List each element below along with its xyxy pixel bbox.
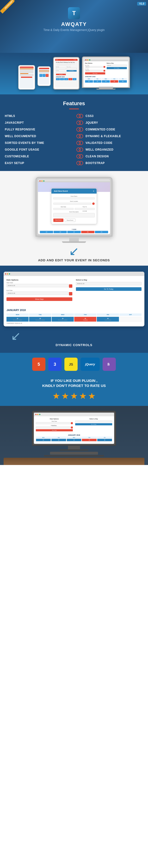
double-circle-icon-6 (77, 148, 83, 152)
tech-jquery-icon: jQuery (81, 358, 100, 371)
rate-text: IF YOU LIKE OUR PLUGIN , KINDLY DON'T FO… (5, 378, 143, 388)
imac-screen: Add New Event × Event Name Event Locatio… (38, 179, 110, 234)
footer-go-today-button[interactable]: Go to Today (75, 423, 112, 425)
feature-item-customizable: CUSTOMIZABLE (5, 154, 71, 158)
modal-input-timeto[interactable]: 1:00 AM (75, 208, 95, 210)
add-event-modal: Add New Event × Event Name Event Locatio… (48, 188, 100, 224)
end-date-value: 2018-01-28 (8, 292, 15, 294)
close-dot-3 (35, 414, 36, 415)
feature-text-javascript: JAVASCRIPT (5, 121, 24, 124)
star-2[interactable]: ★ (61, 391, 69, 401)
cal-day-24[interactable]: 24 No events added (52, 317, 74, 321)
feature-item-documented: WELL DOCUMENTED (5, 134, 71, 138)
select-day-input[interactable]: 2018-01-25 (76, 282, 142, 285)
end-date-input[interactable]: 2018-01-28 (6, 291, 68, 295)
modal-field-timeto: Time To 1:00 AM (75, 206, 95, 210)
save-event-button[interactable]: Save Event (53, 219, 63, 222)
cal-day-23[interactable]: 23 No events added (29, 317, 51, 321)
feature-text-css3: CSS3 (86, 114, 93, 118)
monitor-wrap: Date Options Start Date 2018-01-25 End D… (82, 57, 130, 90)
modal-label-timeto: Time To (75, 206, 95, 208)
footer-cal-26[interactable]: 26 (97, 439, 112, 441)
modal-label-startdate: Start Date (53, 206, 73, 208)
star-5[interactable]: ★ (88, 391, 96, 401)
select-day-value: 2018-01-25 (77, 283, 85, 284)
cal-day-26[interactable]: 26 more events (97, 317, 119, 321)
hero-title: AWQATY (5, 21, 143, 27)
start-date-label: Start Date (6, 282, 72, 283)
dynamic-arrow-section: ↙ (4, 329, 144, 343)
cal-day-22[interactable]: 22 No events added (6, 317, 29, 321)
modal-close-icon[interactable]: × (93, 190, 94, 192)
features-section: Features HTML5 CSS3 JAVASCRIPT JQUERY FU… (0, 94, 148, 171)
modal-header: Add New Event × (52, 189, 96, 194)
feature-item-html5: HTML5 (5, 114, 71, 118)
tech-js-wrap: JS (64, 358, 78, 371)
star-4[interactable]: ★ (79, 391, 87, 401)
calendar-title: JANUARY 2018 (6, 309, 142, 311)
feature-text-documented: WELL DOCUMENTED (5, 134, 36, 138)
calendar-header: MON TUE WED THU FRI SAT (6, 313, 142, 316)
footer-date-options-title: Date Options (36, 418, 73, 420)
feature-item-responsive: FULLY RESPONSIVE (5, 127, 71, 131)
feature-text-customizable: CUSTOMIZABLE (5, 155, 29, 158)
cal-header-thu: THU (74, 313, 96, 316)
maximize-dot-2 (9, 273, 10, 275)
cal-day-26-event: more events (97, 319, 118, 321)
footer-select-input[interactable] (75, 421, 112, 423)
modal-input-startdate[interactable] (53, 208, 73, 210)
bootstrap-logo-icon (106, 361, 113, 368)
footer-cal-tue: TUE (51, 437, 66, 438)
footer-end-input-row: 2018-01-28 (36, 427, 73, 429)
modal-input-name[interactable] (53, 197, 95, 199)
imac-neck (69, 237, 79, 241)
feature-text-dynamic: DYNAMIC & FLEXIABLE (86, 134, 121, 138)
footer-monitor-screen-wrap: Date Options Start Date 2018-01-25 End D… (32, 411, 116, 446)
star-1[interactable]: ★ (52, 391, 60, 401)
footer-cal-24[interactable]: 24 (66, 439, 82, 441)
tablet-header-text: Awqaty (56, 59, 58, 60)
start-date-input[interactable]: 2018-01-25 (6, 284, 68, 287)
dynamic-screen-header (4, 272, 144, 276)
modal-demo-content: Add New Event × Event Name Event Locatio… (51, 188, 97, 224)
reset-event-button[interactable]: Reset Event (65, 219, 76, 222)
stars-row: ★ ★ ★ ★ ★ (5, 391, 143, 401)
footer-start-input[interactable]: 2018-01-25 (36, 422, 70, 424)
date-options-col: Date Options Start Date 2018-01-25 End D… (6, 279, 72, 301)
modal-field-name: Event Name (53, 195, 95, 199)
cal-day-25-event: 3 events (75, 319, 96, 321)
go-to-today-button[interactable]: Go To Today (76, 287, 142, 291)
footer-start-cal-icon[interactable] (71, 422, 73, 424)
imac-screen-wrap: Add New Event × Event Name Event Locatio… (35, 177, 113, 237)
footer-start-input-row: 2018-01-25 (36, 422, 73, 424)
tech-bootstrap-wrap (102, 358, 116, 371)
add-edit-label: ADD AND EDIT YOUR EVENT IN SECONDS (4, 258, 144, 262)
tech-js-icon: JS (64, 358, 78, 371)
footer-cal-header: MON TUE WED THU FRI (36, 437, 112, 438)
feature-item-dynamic: DYNAMIC & FLEXIABLE (77, 134, 143, 138)
end-date-calendar-icon[interactable] (69, 292, 72, 296)
modal-input-desc[interactable] (53, 213, 95, 217)
modal-label-name: Event Name (53, 195, 95, 197)
footer-cal-23[interactable]: 23 (51, 439, 66, 441)
star-3[interactable]: ★ (70, 391, 78, 401)
footer-cal-22[interactable]: 22 (36, 439, 51, 441)
footer-cal-mon: MON (36, 437, 51, 438)
modal-input-location[interactable] (53, 203, 92, 205)
footer-cal-thu: THU (82, 437, 97, 438)
features-grid: HTML5 CSS3 JAVASCRIPT JQUERY FULLY RESPO… (5, 114, 143, 165)
cal-day-25[interactable]: 25 3 events (74, 317, 96, 321)
show-days-button[interactable]: Show Days (6, 297, 72, 301)
double-circle-icon-4 (77, 134, 83, 138)
cal-day-22-event: No events added (7, 319, 28, 321)
tech-html5-icon: 5 (32, 358, 46, 371)
dynamic-arrow-icon: ↙ (11, 329, 21, 343)
footer-cal-25[interactable]: 25 (82, 439, 97, 441)
selected-day-label: THURSDAY 2018-01-25 (6, 322, 142, 324)
maximize-dot-3 (39, 414, 40, 415)
footer-end-input[interactable]: 2018-01-28 (36, 427, 70, 429)
footer-show-days-button[interactable]: Show Days (36, 429, 73, 431)
start-date-calendar-icon[interactable] (69, 284, 72, 288)
features-underline (69, 108, 79, 109)
footer-end-cal-icon[interactable] (71, 427, 73, 429)
